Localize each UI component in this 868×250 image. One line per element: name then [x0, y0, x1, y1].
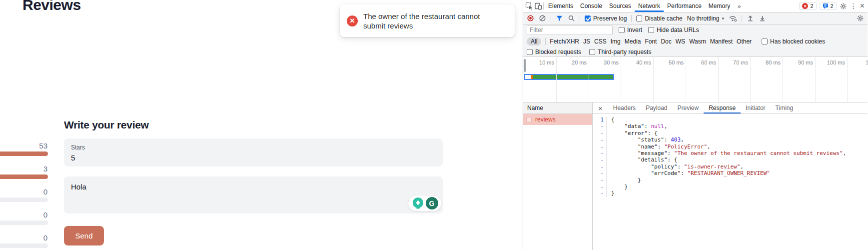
timeline-tick-label: 100 ms	[816, 60, 845, 66]
review-textarea[interactable]: Hola G	[64, 176, 443, 214]
grammarly-logo-icon[interactable]: G	[426, 197, 438, 210]
filter-chip-fetch-xhr[interactable]: Fetch/XHR	[550, 38, 579, 45]
filter-chip-all[interactable]: All	[527, 38, 541, 46]
name-column-header[interactable]: Name	[523, 102, 592, 114]
timeline-overview[interactable]: 10 ms20 ms30 ms40 ms50 ms60 ms70 ms80 ms…	[523, 57, 868, 102]
filter-chip-font[interactable]: Font	[645, 38, 657, 45]
filter-chip-manifest[interactable]: Manifest	[710, 38, 733, 45]
filter-chip-doc[interactable]: Doc	[661, 38, 671, 45]
grammarly-widget[interactable]: G	[408, 195, 442, 212]
grammarly-suggestion-icon[interactable]	[412, 197, 424, 210]
code-line: - "data": null,	[593, 123, 868, 130]
import-har-icon[interactable]	[747, 14, 754, 22]
filter-chip-media[interactable]: Media	[625, 38, 641, 45]
hide-data-urls-checkbox[interactable]	[648, 27, 654, 33]
preserve-log-label: Preserve log	[593, 15, 627, 22]
export-har-icon[interactable]	[759, 14, 766, 22]
timeline-gridline	[621, 57, 621, 102]
filter-chip-other[interactable]: Other	[737, 38, 752, 45]
device-toolbar-icon[interactable]	[534, 2, 542, 10]
record-icon[interactable]	[527, 14, 534, 22]
filter-chip-ws[interactable]: WS	[676, 38, 685, 45]
has-blocked-cookies-checkbox[interactable]	[762, 38, 768, 44]
issues-badge[interactable]: 2	[820, 2, 837, 10]
response-tab-initiator[interactable]: Initiator	[741, 102, 770, 114]
third-party-toggle[interactable]: Third-party requests	[589, 48, 651, 56]
filter-input[interactable]	[527, 26, 613, 35]
filter-chip-js[interactable]: JS	[583, 38, 590, 45]
line-gutter[interactable]: -	[593, 144, 606, 150]
search-icon[interactable]	[568, 14, 575, 22]
line-gutter[interactable]: -	[593, 164, 606, 170]
invert-label: Invert	[627, 26, 642, 34]
line-gutter[interactable]: 1	[593, 116, 606, 123]
waterfall-wait-segment	[525, 75, 531, 79]
response-tab-preview[interactable]: Preview	[673, 102, 704, 114]
error-badge[interactable]: ✕ 2	[799, 2, 816, 10]
stars-value[interactable]: 5	[71, 154, 436, 162]
divider	[580, 15, 580, 22]
close-detail-icon[interactable]: ×	[593, 104, 608, 112]
throttling-select[interactable]: No throttling ▾	[687, 15, 724, 22]
request-favicon	[526, 117, 532, 122]
preserve-log-checkbox[interactable]	[585, 16, 591, 22]
network-toolbar: Preserve log Disable cache No throttling…	[523, 12, 868, 24]
line-gutter[interactable]: -	[593, 190, 606, 196]
devtools-tab-console[interactable]: Console	[577, 0, 606, 12]
invert-checkbox[interactable]	[619, 27, 625, 33]
close-icon[interactable]: ×	[860, 2, 865, 10]
waterfall-overview-bar[interactable]	[524, 74, 614, 80]
toast-line-2: submit reviews	[363, 21, 480, 30]
devtools-tab-network[interactable]: Network	[635, 0, 664, 12]
devtools-tab-sources[interactable]: Sources	[606, 0, 635, 12]
inspect-icon[interactable]	[525, 2, 533, 10]
line-gutter[interactable]: -	[593, 184, 606, 190]
send-button[interactable]: Send	[64, 226, 104, 246]
blocked-requests-toggle[interactable]: Blocked requests	[527, 48, 581, 56]
blocked-requests-checkbox[interactable]	[527, 49, 533, 55]
timeline-tick-label: 40 ms	[622, 60, 651, 66]
response-tab-headers[interactable]: Headers	[608, 102, 641, 114]
line-gutter[interactable]: -	[593, 136, 606, 143]
network-settings-gear-icon[interactable]	[857, 14, 864, 22]
code-text: "message": "The owner of the restaurant …	[606, 150, 846, 156]
chevron-down-icon: ▾	[722, 16, 724, 21]
stars-field[interactable]: Stars 5	[64, 138, 443, 166]
has-blocked-cookies-toggle[interactable]: Has blocked cookies	[762, 38, 825, 45]
line-gutter[interactable]: -	[593, 123, 606, 130]
third-party-checkbox[interactable]	[589, 49, 595, 55]
line-gutter[interactable]: -	[593, 156, 606, 163]
filter-chip-wasm[interactable]: Wasm	[689, 38, 706, 45]
line-gutter[interactable]: -	[593, 177, 606, 184]
filter-chip-img[interactable]: Img	[611, 38, 621, 45]
line-gutter[interactable]: -	[593, 130, 606, 136]
preserve-log-toggle[interactable]: Preserve log	[585, 15, 627, 22]
request-row[interactable]: reviews	[523, 114, 592, 125]
devtools-tab-elements[interactable]: Elements	[545, 0, 577, 12]
settings-gear-icon[interactable]	[840, 2, 847, 10]
hide-data-urls-toggle[interactable]: Hide data URLs	[648, 26, 699, 34]
network-conditions-icon[interactable]	[729, 14, 737, 22]
response-tab-payload[interactable]: Payload	[641, 102, 672, 114]
rating-count: 3	[0, 165, 48, 173]
review-text[interactable]: Hola	[71, 182, 436, 191]
invert-toggle[interactable]: Invert	[619, 26, 642, 34]
third-party-label: Third-party requests	[598, 48, 651, 56]
response-body[interactable]: 1{- "data": null,- "error": {- "status":…	[593, 114, 868, 250]
disable-cache-toggle[interactable]: Disable cache	[636, 15, 682, 22]
resource-type-row: AllFetch/XHRJSCSSImgMediaFontDocWSWasmMa…	[523, 36, 868, 47]
devtools-tab-memory[interactable]: Memory	[705, 0, 734, 12]
devtools-tab-performance[interactable]: Performance	[664, 0, 705, 12]
more-tabs-icon[interactable]: »	[735, 2, 744, 10]
rating-bar	[0, 244, 48, 248]
disable-cache-checkbox[interactable]	[636, 16, 642, 22]
response-tab-response[interactable]: Response	[704, 102, 741, 114]
line-gutter[interactable]: -	[593, 170, 606, 176]
filter-funnel-icon[interactable]	[556, 14, 563, 22]
filter-chip-css[interactable]: CSS	[594, 38, 607, 45]
rating-row: 53	[0, 142, 48, 156]
clear-icon[interactable]	[539, 14, 546, 22]
kebab-menu-icon[interactable]: ⋮	[850, 2, 857, 10]
line-gutter[interactable]: -	[593, 150, 606, 156]
response-tab-timing[interactable]: Timing	[771, 102, 799, 114]
